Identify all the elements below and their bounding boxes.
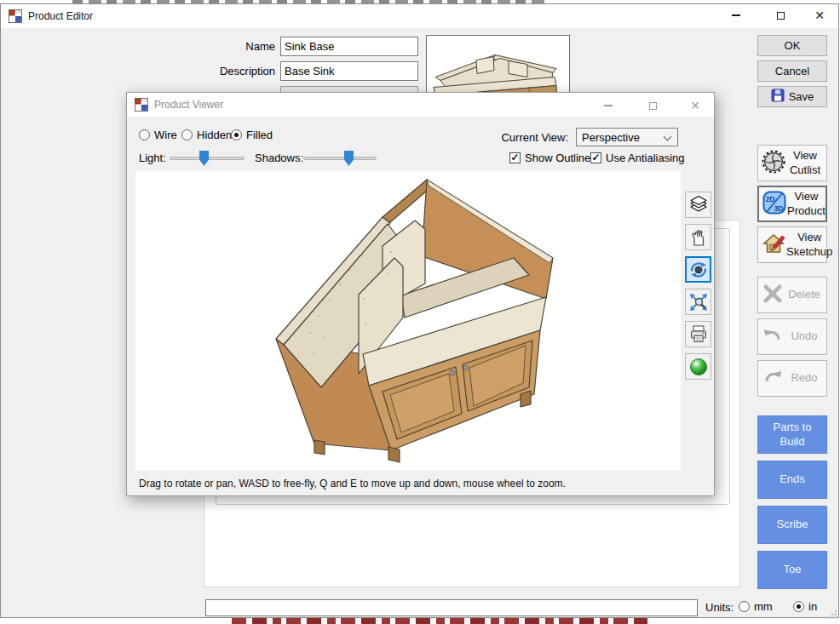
orbit-tool-button[interactable] [685,256,711,283]
zoom-extents-tool-button[interactable] [685,289,711,315]
product-viewer-dialog: Product Viewer ✕ Wire Hidden Filled Ligh… [126,92,715,496]
shadows-label: Shadows: [255,152,303,164]
show-outlines-checkbox[interactable]: ✓ Show Outlines [509,152,596,164]
cancel-button[interactable]: Cancel [757,60,827,82]
name-field[interactable] [280,37,418,56]
redo-button[interactable]: Redo [757,360,827,397]
viewport-help-text: Drag to rotate or pan, WASD to free-fly,… [139,478,566,489]
floppy-icon [771,89,785,105]
undo-button[interactable]: Undo [757,318,827,355]
render-tool-button[interactable] [685,353,711,380]
minimize-button[interactable] [722,6,751,25]
layers-tool-button[interactable] [685,192,711,218]
maximize-button[interactable] [766,6,795,25]
printer-icon [688,324,709,345]
current-view-select[interactable]: Perspective [576,128,678,146]
parts-to-build-button[interactable]: Parts to Build [757,415,827,454]
close-icon: ✕ [690,100,700,112]
dialog-titlebar: Product Viewer [127,93,714,117]
pan-hand-icon [688,227,709,248]
save-button[interactable]: Save [757,86,827,107]
dialog-title: Product Viewer [154,99,223,111]
layers-icon [688,195,709,215]
dialog-minimize-button[interactable] [594,96,623,115]
maximize-icon [777,12,785,20]
dialog-close-button[interactable]: ✕ [681,96,710,115]
cabinet-3d-render [135,171,681,471]
main-titlebar: Product Editor [1,4,838,28]
description-label: Description [197,65,275,77]
sketchup-house-pencil-icon [761,231,786,259]
shadows-slider-thumb[interactable] [344,151,354,166]
view-sketchup-button[interactable]: View Sketchup [757,226,827,263]
checkbox-check-icon: ✓ [509,152,521,163]
view-cutlist-button[interactable]: View Cutlist [757,145,827,181]
dialog-window-icon [135,98,148,115]
wire-mode-radio[interactable]: Wire [139,129,177,141]
zoom-extents-icon [688,292,709,312]
undo-arrow-icon [761,323,785,350]
hidden-mode-radio[interactable]: Hidden [181,129,232,141]
screen: Product Editor ✕ Name Description [0,0,840,624]
view-product-button[interactable]: 2D3D View Product [757,186,827,222]
chevron-down-icon [664,133,672,141]
ends-button[interactable]: Ends [757,461,827,499]
minimize-icon [604,105,613,106]
svg-text:3D: 3D [774,204,783,213]
window-title: Product Editor [28,10,93,22]
redo-arrow-icon [761,365,785,392]
unit-mm-radio[interactable]: mm [739,600,773,613]
render-sphere-icon [688,357,709,377]
ok-button[interactable]: OK [757,35,827,56]
orbit-icon [688,260,709,280]
minimize-icon [732,14,740,16]
radio-icon [139,129,150,140]
close-icon: ✕ [814,9,825,21]
radio-icon [231,129,242,140]
print-tool-button[interactable] [685,321,711,347]
toe-button[interactable]: Toe [757,551,827,589]
close-button[interactable]: ✕ [805,6,834,25]
saw-blade-icon [761,149,786,177]
description-field[interactable] [280,61,418,81]
clipped-red-text-strip [232,618,647,624]
progress-bar [205,599,698,616]
delete-button[interactable]: Delete [757,277,827,313]
scribe-button[interactable]: Scribe [757,506,827,544]
unit-in-radio[interactable]: in [793,600,817,613]
maximize-icon [649,102,657,110]
svg-text:2D: 2D [765,195,774,203]
current-view-label: Current View: [495,131,568,144]
units-label: Units: [705,601,734,614]
app-window-icon [9,9,22,26]
filled-mode-radio[interactable]: Filled [231,129,273,141]
shadows-slider-track[interactable] [303,157,377,160]
light-slider-thumb[interactable] [199,151,209,166]
2d3d-icon: 2D3D [762,190,787,218]
resize-grip[interactable] [827,607,837,622]
3d-viewport[interactable] [135,171,681,471]
radio-icon [739,601,750,612]
delete-x-icon [761,282,785,308]
use-antialiasing-checkbox[interactable]: ✓ Use Antialiasing [590,152,685,164]
radio-icon [181,129,193,140]
checkbox-check-icon: ✓ [590,152,601,163]
radio-icon [793,601,804,612]
name-label: Name [197,40,275,53]
light-label: Light: [139,152,166,164]
pan-tool-button[interactable] [685,224,711,250]
dialog-maximize-button[interactable] [638,96,667,115]
